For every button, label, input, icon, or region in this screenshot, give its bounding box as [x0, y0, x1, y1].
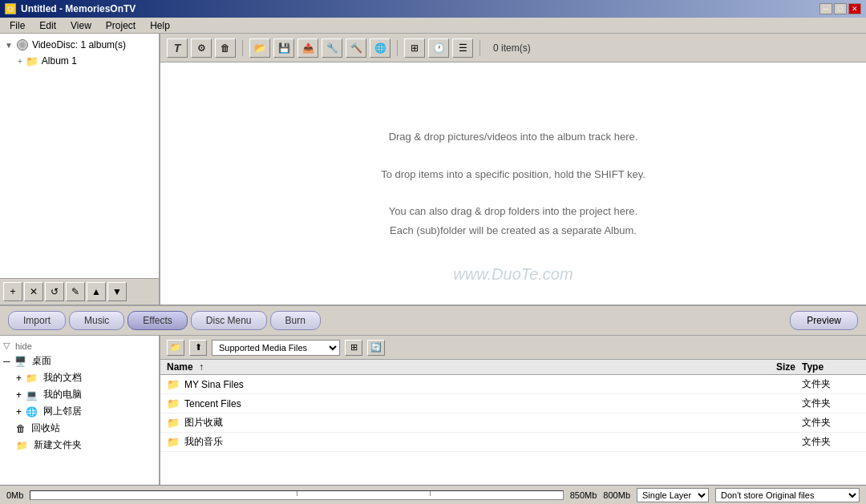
- menu-view[interactable]: View: [64, 18, 98, 33]
- status-bar: 0Mb 850Mb 800Mb Single Layer Dual Layer …: [0, 485, 866, 504]
- tree-root[interactable]: ▼ VideoDisc: 1 album(s): [3, 37, 156, 53]
- file-list-panel: 📁 ⬆ Supported Media Files All Files Imag…: [160, 336, 866, 485]
- drop-hint-1: Drag & drop pictures/videos into the alb…: [381, 127, 645, 146]
- file-row[interactable]: 📁Tencent Files 文件夹: [160, 394, 866, 413]
- ftree-mypc[interactable]: +💻我的电脑: [3, 386, 156, 403]
- disc-icon: [16, 38, 29, 51]
- file-list-header: Name ↑ Size Type: [160, 360, 866, 375]
- edit-album-button[interactable]: ✎: [66, 282, 85, 301]
- file-filter-select[interactable]: Supported Media Files All Files Image Fi…: [212, 340, 340, 356]
- preview-button[interactable]: Preview: [790, 311, 858, 330]
- toolbar-sep3: [480, 40, 480, 56]
- menu-file[interactable]: File: [3, 18, 31, 33]
- status-left: 0Mb: [6, 490, 23, 500]
- main-container: ▼ VideoDisc: 1 album(s) + 📁 Album 1 + ✕ …: [0, 34, 866, 504]
- tree-root-label: VideoDisc: 1 album(s): [32, 39, 126, 50]
- tool1-button[interactable]: 🔧: [322, 38, 342, 58]
- tool2-button[interactable]: 🔨: [346, 38, 366, 58]
- tree-album-label: Album 1: [42, 55, 77, 67]
- bottom-section: Import Music Effects Disc Menu Burn Prev…: [0, 306, 866, 485]
- album-expand-icon: +: [18, 57, 22, 66]
- text-insert-button[interactable]: T: [167, 38, 188, 58]
- content-panel: T ⚙ 🗑 📂 💾 📤 🔧 🔨 🌐 ⊞ 🕐 ☰ 0 item(s): [160, 34, 866, 304]
- folder-icon: 📁: [167, 397, 180, 409]
- folder-icon: 📁: [167, 378, 180, 390]
- view-grid-button[interactable]: ⊞: [404, 38, 425, 58]
- ftree-hide[interactable]: ▽hide: [3, 339, 156, 353]
- tab-bar: Import Music Effects Disc Menu Burn Prev…: [0, 306, 866, 336]
- watermark: www.DuoTe.com: [453, 260, 573, 288]
- col-header-size[interactable]: Size: [739, 361, 795, 373]
- album-folder-icon: 📁: [26, 54, 38, 67]
- export-button[interactable]: 📤: [297, 38, 318, 58]
- import-button[interactable]: 📂: [249, 38, 270, 58]
- tab-effects[interactable]: Effects: [127, 311, 187, 330]
- tab-music[interactable]: Music: [69, 311, 124, 330]
- ftree-newfolder[interactable]: 📁新建文件夹: [3, 437, 156, 454]
- file-nav-up[interactable]: ⬆: [189, 340, 207, 356]
- file-row[interactable]: 📁图片收藏 文件夹: [160, 413, 866, 433]
- layer-select[interactable]: Single Layer Dual Layer: [637, 488, 709, 502]
- move-down-button[interactable]: ▼: [107, 282, 127, 301]
- ftree-recycle[interactable]: 🗑回收站: [3, 420, 156, 437]
- settings-button[interactable]: ⚙: [191, 38, 212, 58]
- maximize-button[interactable]: □: [834, 3, 847, 14]
- drop-zone[interactable]: Drag & drop pictures/videos into the alb…: [160, 62, 866, 304]
- drop-hint-3: You can also drag & drop folders into th…: [381, 202, 645, 220]
- toolbar-sep1: [242, 40, 243, 56]
- drop-hint-4: Each (sub)folder will be created as a se…: [381, 221, 645, 240]
- add-album-button[interactable]: +: [3, 282, 22, 301]
- menu-bar: File Edit View Project Help: [0, 18, 866, 34]
- file-browser: ▽hide ─🖥️桌面 +📁我的文档 +💻我的电脑 +🌐网上邻居 🗑回收站: [0, 336, 866, 485]
- project-tree: ▼ VideoDisc: 1 album(s) + 📁 Album 1: [0, 34, 159, 278]
- window-title: Untitled - MemoriesOnTV: [21, 3, 136, 14]
- project-tree-panel: ▼ VideoDisc: 1 album(s) + 📁 Album 1 + ✕ …: [0, 34, 160, 304]
- status-right: Single Layer Dual Layer Don't store Orig…: [637, 488, 860, 502]
- file-nav-back[interactable]: 📁: [167, 340, 184, 356]
- tool3-button[interactable]: 🌐: [370, 38, 391, 58]
- item-count: 0 item(s): [493, 42, 531, 54]
- content-toolbar: T ⚙ 🗑 📂 💾 📤 🔧 🔨 🌐 ⊞ 🕐 ☰ 0 item(s): [160, 34, 866, 62]
- delete-album-button[interactable]: ✕: [24, 282, 43, 301]
- file-tree-panel: ▽hide ─🖥️桌面 +📁我的文档 +💻我的电脑 +🌐网上邻居 🗑回收站: [0, 336, 160, 485]
- close-button[interactable]: ✕: [848, 3, 861, 14]
- top-section: ▼ VideoDisc: 1 album(s) + 📁 Album 1 + ✕ …: [0, 34, 866, 306]
- status-mid1: 850Mb: [570, 490, 597, 500]
- folder-icon: 📁: [167, 436, 180, 448]
- status-progress-bar: [30, 490, 563, 500]
- minimize-button[interactable]: ─: [819, 3, 832, 14]
- move-up-button[interactable]: ▲: [87, 282, 106, 301]
- tab-disc-menu[interactable]: Disc Menu: [191, 311, 267, 330]
- title-bar-buttons: ─ □ ✕: [819, 3, 861, 14]
- ftree-mydoc[interactable]: +📁我的文档: [3, 369, 156, 386]
- drop-zone-text: Drag & drop pictures/videos into the alb…: [381, 127, 645, 240]
- file-list-toolbar: 📁 ⬆ Supported Media Files All Files Imag…: [160, 336, 866, 360]
- tabs-group: Import Music Effects Disc Menu Burn: [8, 311, 321, 330]
- ftree-network[interactable]: +🌐网上邻居: [3, 403, 156, 420]
- delete-button[interactable]: 🗑: [215, 38, 236, 58]
- refresh-button[interactable]: ↺: [45, 282, 64, 301]
- root-expand-icon: ▼: [5, 41, 13, 50]
- toolbar-sep2: [397, 40, 398, 56]
- file-rows: 📁MY Sina Files 文件夹 📁Tencent Files 文件夹 📁图…: [160, 375, 866, 485]
- folder-icon: 📁: [167, 417, 180, 429]
- status-mid2: 800Mb: [603, 490, 630, 500]
- tab-burn[interactable]: Burn: [270, 311, 321, 330]
- file-refresh[interactable]: 🔄: [367, 340, 385, 356]
- view-list-button[interactable]: ☰: [452, 38, 473, 58]
- store-select[interactable]: Don't store Original files Store Origina…: [715, 488, 860, 502]
- view-time-button[interactable]: 🕐: [428, 38, 449, 58]
- ftree-desktop[interactable]: ─🖥️桌面: [3, 353, 156, 369]
- file-row[interactable]: 📁我的音乐 文件夹: [160, 433, 866, 452]
- file-view-icons[interactable]: ⊞: [345, 340, 362, 356]
- file-row[interactable]: 📁MY Sina Files 文件夹: [160, 375, 866, 394]
- tree-controls: + ✕ ↺ ✎ ▲ ▼: [0, 278, 159, 304]
- tree-album1[interactable]: + 📁 Album 1: [3, 53, 156, 69]
- menu-project[interactable]: Project: [99, 18, 142, 33]
- save-button[interactable]: 💾: [273, 38, 294, 58]
- tab-import[interactable]: Import: [8, 311, 66, 330]
- menu-edit[interactable]: Edit: [33, 18, 63, 33]
- col-header-name[interactable]: Name ↑: [167, 361, 739, 373]
- col-header-type[interactable]: Type: [795, 361, 860, 373]
- menu-help[interactable]: Help: [144, 18, 176, 33]
